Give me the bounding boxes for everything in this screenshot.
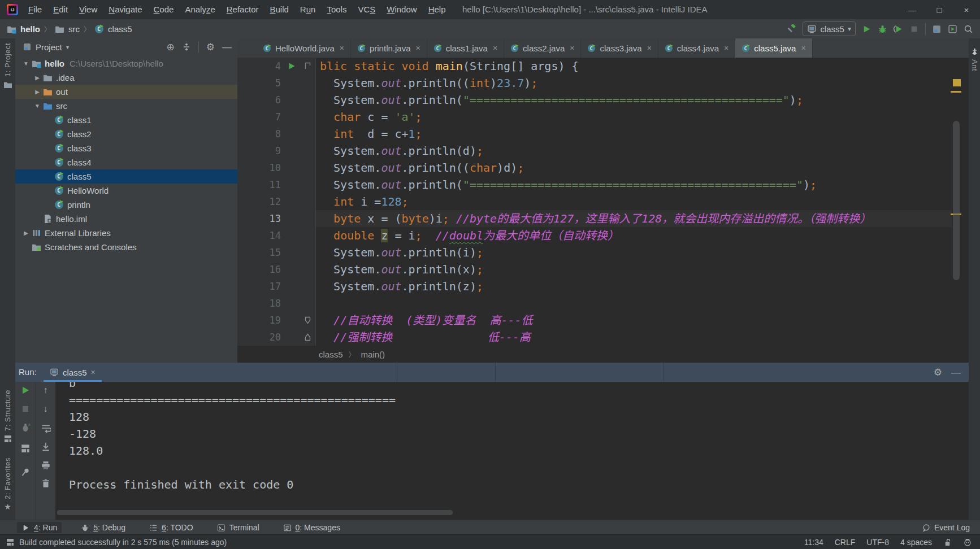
code-line-8[interactable]: 8 int d = c+1; xyxy=(237,125,969,142)
editor-tab-class2[interactable]: Cclass2.java× xyxy=(504,38,581,58)
tree-item-hello-iml[interactable]: hello.iml xyxy=(15,212,237,226)
status-message[interactable]: Build completed successfully in 2 s 575 … xyxy=(19,535,227,549)
breadcrumb-method[interactable]: main() xyxy=(361,350,385,359)
editor-tab-class3[interactable]: Cclass3.java× xyxy=(581,38,658,58)
chevron-down-icon[interactable]: ▼ xyxy=(20,60,32,67)
tree-item-hello[interactable]: ▼helloC:\Users\1\Desktop\hello xyxy=(15,56,237,71)
editor-tab-class4[interactable]: Cclass4.java× xyxy=(658,38,735,58)
menu-build[interactable]: Build xyxy=(264,0,294,19)
menu-refactor[interactable]: Refactor xyxy=(221,0,264,19)
event-log-button[interactable]: Event Log xyxy=(922,520,970,535)
menu-tools[interactable]: Tools xyxy=(321,0,352,19)
stop-button[interactable] xyxy=(909,24,919,34)
run-tab-class5[interactable]: class5 × xyxy=(44,363,102,382)
toolwindow-tab-5-debug[interactable]: 5: Debug xyxy=(76,522,130,533)
tree-item-class5[interactable]: Cclass5 xyxy=(15,169,237,184)
breadcrumb-class[interactable]: class5 xyxy=(319,350,343,359)
toolwindow-button-ant[interactable]: Ant xyxy=(969,47,980,71)
editor-tab-HelloWorld[interactable]: CHelloWorld.java× xyxy=(257,38,351,58)
rerun-button[interactable] xyxy=(20,385,31,395)
print-icon[interactable] xyxy=(41,460,51,470)
toolwindow-button-structure[interactable]: 7: Structure xyxy=(0,390,15,443)
run-console[interactable]: b=======================================… xyxy=(55,382,969,520)
collapse-all-button[interactable] xyxy=(182,42,191,51)
code-line-10[interactable]: 10 System.out.println((char)d); xyxy=(237,159,969,176)
close-icon[interactable]: × xyxy=(493,43,497,53)
run-button[interactable] xyxy=(862,24,871,34)
fold-corner-icon[interactable] xyxy=(305,62,311,70)
stop-button[interactable] xyxy=(20,404,31,414)
code-line-6[interactable]: 6 System.out.println("==================… xyxy=(237,91,969,108)
debug-button[interactable] xyxy=(878,24,887,34)
inspection-status-square[interactable] xyxy=(953,79,961,86)
hide-panel-button[interactable]: — xyxy=(222,42,232,52)
tree-item-class1[interactable]: Cclass1 xyxy=(15,113,237,127)
code-line-4[interactable]: 4blic static void main(String[] args) { xyxy=(237,58,969,75)
toolwindow-tab-0-messages[interactable]: 0: Messages xyxy=(279,522,345,533)
status-line-ending[interactable]: CRLF xyxy=(835,538,856,547)
breadcrumb-src[interactable]: src xyxy=(68,24,80,34)
background-tasks-icon[interactable] xyxy=(6,538,15,547)
chevron-right-icon[interactable]: ▶ xyxy=(32,75,43,81)
menu-run[interactable]: Run xyxy=(294,0,322,19)
code-line-17[interactable]: 17 System.out.println(z); xyxy=(237,278,969,295)
breadcrumb-class5[interactable]: class5 xyxy=(108,24,132,34)
tree-item-out[interactable]: ▶out xyxy=(15,85,237,99)
tree-item-helloworld[interactable]: CHelloWorld xyxy=(15,184,237,198)
gear-icon[interactable]: ⚙ xyxy=(206,42,215,52)
tree-item-src[interactable]: ▼src xyxy=(15,99,237,113)
menu-code[interactable]: Code xyxy=(148,0,180,19)
status-encoding[interactable]: UTF-8 xyxy=(866,538,889,547)
menu-window[interactable]: Window xyxy=(381,0,422,19)
menu-navigate[interactable]: Navigate xyxy=(103,0,148,19)
close-icon[interactable]: × xyxy=(801,43,805,53)
status-cursor-position[interactable]: 11:34 xyxy=(804,538,823,547)
hide-panel-button[interactable]: — xyxy=(951,368,961,377)
warning-stripe-mark[interactable] xyxy=(951,91,961,93)
minimize-button[interactable]: — xyxy=(899,0,926,19)
tree-item--idea[interactable]: ▶.idea xyxy=(15,71,237,85)
gear-icon[interactable]: ⚙ xyxy=(934,368,942,377)
tree-item-class4[interactable]: Cclass4 xyxy=(15,155,237,169)
run-with-coverage-button[interactable] xyxy=(894,24,903,34)
code-line-18[interactable]: 18 xyxy=(237,295,969,312)
toolwindow-tab-terminal[interactable]: Terminal xyxy=(213,522,264,533)
editor-tab-class1[interactable]: Cclass1.java× xyxy=(427,38,504,58)
code-line-15[interactable]: 15 System.out.println(i); xyxy=(237,244,969,261)
editor-tab-class5[interactable]: Cclass5.java× xyxy=(735,38,812,58)
code-line-14[interactable]: 14 double z = i; //doubl为最大的单位（自动转换） xyxy=(237,227,969,244)
rerun-failed-icon[interactable] xyxy=(20,422,31,433)
menu-file[interactable]: File xyxy=(23,0,47,19)
tree-item-class3[interactable]: Cclass3 xyxy=(15,141,237,155)
editor-tab-println[interactable]: Cprintln.java× xyxy=(351,38,427,58)
code-line-11[interactable]: 11 System.out.println("=================… xyxy=(237,176,969,193)
maximize-button[interactable]: □ xyxy=(926,0,953,19)
close-icon[interactable]: × xyxy=(416,43,420,53)
toolwindow-button-favorites[interactable]: 2: Favorites ★ xyxy=(0,457,15,511)
locate-file-button[interactable]: ⊕ xyxy=(167,42,175,52)
menu-view[interactable]: View xyxy=(73,0,103,19)
vertical-scrollbar[interactable] xyxy=(953,121,960,280)
code-line-19[interactable]: 19 //自动转换 (类型)变量名 高---低 xyxy=(237,312,969,329)
toolwindow-tab-6-todo[interactable]: 6: TODO xyxy=(145,522,198,533)
tree-item-external-libraries[interactable]: ▶External Libraries xyxy=(15,226,237,240)
close-icon[interactable]: × xyxy=(91,368,96,377)
scroll-to-end-button[interactable] xyxy=(41,442,51,452)
menu-analyze[interactable]: Analyze xyxy=(179,0,220,19)
breadcrumb-project[interactable]: hello xyxy=(20,24,40,34)
run-anything-icon[interactable] xyxy=(948,24,957,34)
soft-wrap-button[interactable] xyxy=(41,423,51,433)
code-line-7[interactable]: 7 char c = 'a'; xyxy=(237,108,969,125)
chevron-right-icon[interactable]: ▶ xyxy=(20,230,32,236)
build-hammer-icon[interactable] xyxy=(787,24,796,34)
close-icon[interactable]: × xyxy=(647,43,652,53)
menu-vcs[interactable]: VCS xyxy=(352,0,381,19)
ide-indicator-icon[interactable] xyxy=(963,538,972,547)
project-structure-icon[interactable] xyxy=(932,24,942,34)
tree-item-class2[interactable]: Cclass2 xyxy=(15,127,237,141)
close-button[interactable]: × xyxy=(953,0,980,19)
code-line-13[interactable]: 13 byte x = (byte)i; //byte的最大值为127，这里输入… xyxy=(237,210,969,227)
toolwindow-button-project[interactable]: 1: Project xyxy=(0,43,15,89)
code-editor[interactable]: 4blic static void main(String[] args) {5… xyxy=(237,58,969,346)
code-line-12[interactable]: 12 int i =128; xyxy=(237,193,969,210)
